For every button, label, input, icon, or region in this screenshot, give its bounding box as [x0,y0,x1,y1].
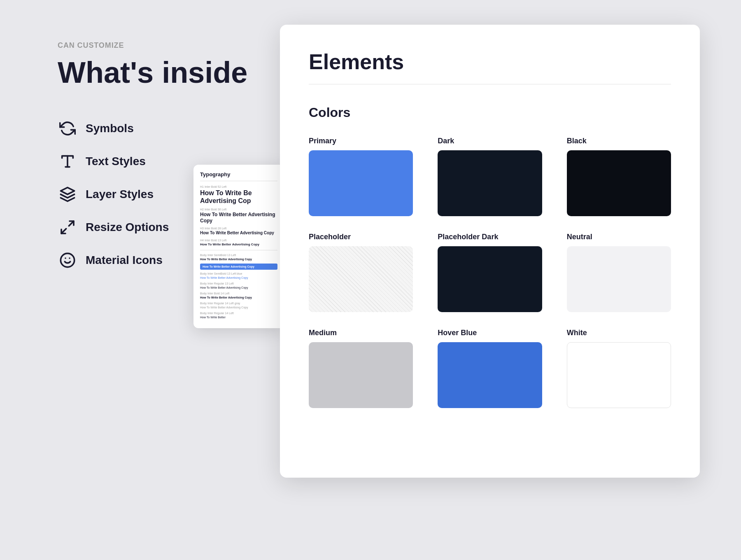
feature-label-resize-options: Resize Options [86,221,169,234]
color-item-hover-blue: Hover Blue [438,329,542,408]
color-swatch-medium [309,342,413,408]
typo-body-regular-meta: Body Inter Regular 13 Left [200,282,277,285]
color-swatch-hover-blue [438,342,542,408]
svg-point-5 [61,254,74,267]
elements-title: Elements [309,49,671,74]
color-swatch-white [567,342,671,408]
typo-h3-text: How To Write Better Advertising Copy [200,231,277,236]
typo-body-regular-text: How To Write Better Advertising Copy [200,286,277,289]
typography-card-title: Typography [200,171,277,181]
color-label-placeholder-dark: Placeholder Dark [438,233,542,241]
colors-section-title: Colors [309,105,671,120]
color-label-primary: Primary [309,137,413,145]
color-item-neutral: Neutral [567,233,671,312]
color-label-black: Black [567,137,671,145]
text-styles-icon [58,152,77,171]
color-swatch-placeholder-dark [438,246,542,312]
color-item-placeholder: Placeholder [309,233,413,312]
color-item-white: White [567,329,671,408]
typo-body-link-text: How To Write Better Advertising Copy [200,276,277,280]
left-panel: CAN CUSTOMIZE What's inside Symbols [41,25,280,292]
typo-h2-text: How To Write Better Advertising Copy [200,212,277,224]
color-swatch-placeholder [309,246,413,312]
typo-h1-text: How To Write Be Advertising Cop [200,189,277,205]
color-item-black: Black [567,137,671,216]
feature-label-material-icons: Material Icons [86,254,163,267]
page-wrapper: CAN CUSTOMIZE What's inside Symbols [41,25,700,478]
typo-h1-meta: H1 Inter Bold 52 Left [200,185,277,188]
color-swatch-neutral [567,246,671,312]
feature-label-layer-styles: Layer Styles [86,188,154,201]
typo-body-gray-meta: Body Inter Regular 14 Left gray [200,302,277,305]
page-main-title: What's inside [58,56,255,89]
typo-body-bold14-text: How To Write Better Advertising Copy [200,296,277,299]
layer-styles-icon [58,184,77,204]
main-card: Elements Colors Primary Dark Black Place… [280,25,700,478]
color-item-dark: Dark [438,137,542,216]
symbols-icon [58,119,77,138]
resize-options-icon [58,217,77,237]
feature-label-symbols: Symbols [86,122,134,135]
feature-item-symbols: Symbols [58,114,255,143]
colors-grid: Primary Dark Black Placeholder Placehold… [309,137,671,408]
color-label-medium: Medium [309,329,413,337]
color-label-neutral: Neutral [567,233,671,241]
typo-h4-meta: H4 Inter Bold 13 Left [200,239,277,242]
title-divider [309,84,671,84]
typo-body-link-meta: Body Inter SemiBold 13 Left blue [200,272,277,275]
typo-body-gray-text: How To Write Better Advertising Copy [200,306,277,309]
color-item-primary: Primary [309,137,413,216]
feature-label-text-styles: Text Styles [86,155,146,168]
color-swatch-dark [438,150,542,216]
color-item-placeholder-dark: Placeholder Dark [438,233,542,312]
color-label-dark: Dark [438,137,542,145]
color-label-white: White [567,329,671,337]
color-label-hover-blue: Hover Blue [438,329,542,337]
can-customize-label: CAN CUSTOMIZE [58,41,255,50]
typo-body-bold-meta: Body Inter SemiBold 13 Left [200,254,277,257]
color-label-placeholder: Placeholder [309,233,413,241]
typo-body-last-text: How To Write Better [200,315,277,319]
typo-h4-text: How To Write Better Advertising Copy [200,243,277,247]
typo-body-bold14-meta: Body Inter Bold 14 Left [200,292,277,295]
typo-body-bold-text: How To Write Better Advertising Copy [200,257,277,261]
typo-h2-meta: H2 Inter Bold 36 Left [200,208,277,211]
color-swatch-primary [309,150,413,216]
typography-card: Typography H1 Inter Bold 52 Left How To … [193,165,284,328]
color-item-medium: Medium [309,329,413,408]
material-icons-icon [58,250,77,270]
svg-marker-2 [61,188,74,195]
typo-body-highlight-text: How To Write Better Advertising Copy [203,265,275,268]
typo-body-last-meta: Body Inter Regular 14 Left [200,312,277,315]
typo-h3-meta: H3 Inter Bold 28 Left [200,227,277,230]
color-swatch-black [567,150,671,216]
